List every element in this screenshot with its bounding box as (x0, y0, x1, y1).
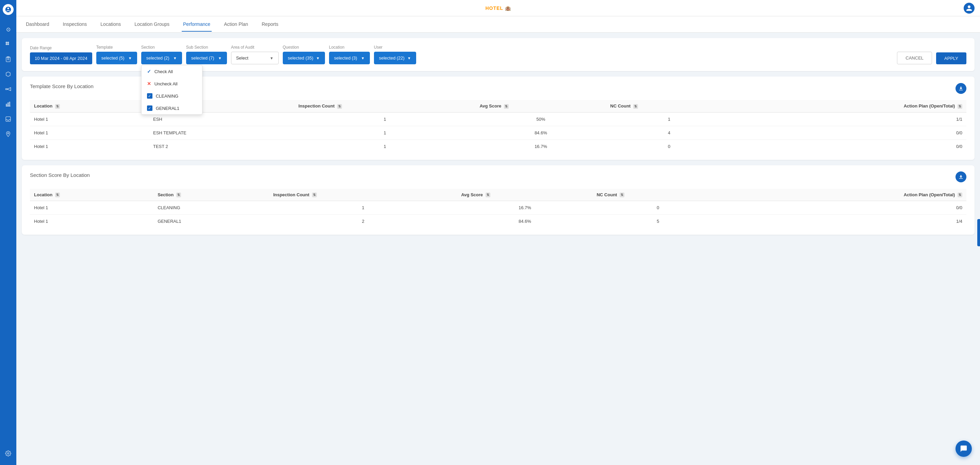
sidebar: ⊙ (0, 0, 16, 465)
cell-location: Hotel 1 (30, 201, 153, 215)
section-score-download-button[interactable] (956, 171, 966, 183)
user-avatar[interactable] (964, 3, 975, 14)
check-icon: ✓ (147, 69, 151, 74)
template-dropdown[interactable]: selected (5) ▼ (96, 52, 137, 64)
table-row: Hotel 1 CLEANING 1 16.7% 0 0/0 (30, 201, 966, 215)
cell-avg-score: 16.7% (457, 201, 592, 215)
apply-button[interactable]: APPLY (936, 52, 966, 64)
sidebar-item-chart[interactable] (2, 98, 14, 110)
tab-locations[interactable]: Locations (99, 17, 122, 32)
question-dropdown[interactable]: selected (35) ▼ (283, 52, 325, 64)
cell-location: Hotel 1 (30, 215, 153, 228)
action-plan-sort-icon[interactable]: ⇅ (958, 104, 962, 109)
sidebar-item-clipboard[interactable] (2, 53, 14, 65)
sec-nc-sort-icon[interactable]: ⇅ (620, 192, 624, 197)
sidebar-item-megaphone[interactable] (2, 83, 14, 95)
svg-rect-14 (9, 102, 10, 106)
col-action-plan: Action Plan (Open/Total) ⇅ (732, 100, 966, 112)
svg-point-5 (8, 44, 9, 45)
tab-reports[interactable]: Reports (260, 17, 280, 32)
col-nc-count: NC Count ⇅ (606, 100, 732, 112)
cell-nc-count: 0 (606, 140, 732, 153)
general1-label: GENERAL1 (156, 106, 179, 111)
section-score-table: Location ⇅ Section ⇅ Inspection Count ⇅ (30, 189, 966, 228)
table-row: Hotel 1 GENERAL1 2 84.6% 5 1/4 (30, 215, 966, 228)
sub-section-dropdown[interactable]: selected (7) ▼ (186, 52, 227, 64)
cancel-button[interactable]: CANCEL (897, 52, 932, 64)
general1-item[interactable]: ✓ GENERAL1 (142, 102, 202, 114)
section-dropdown-menu: ✓ Check All ✕ Uncheck All ✓ CLEANING (141, 65, 202, 115)
sec-avg-sort-icon[interactable]: ⇅ (485, 192, 490, 197)
filter-row: Date Range 10 Mar 2024 - 08 Apr 2024 Tem… (30, 45, 966, 64)
location-group: Location selected (3) ▼ (329, 45, 370, 64)
user-group: User selected (22) ▼ (374, 45, 416, 64)
cell-avg-score: 84.6% (476, 126, 606, 140)
section-score-title: Section Score By Location (30, 172, 90, 178)
cell-nc-count: 1 (606, 112, 732, 126)
cell-inspection-count: 1 (294, 140, 476, 153)
sec-section-sort-icon[interactable]: ⇅ (176, 192, 181, 197)
scroll-indicator (977, 219, 980, 246)
check-all-label: Check All (154, 69, 173, 74)
tab-dashboard[interactable]: Dashboard (24, 17, 51, 32)
cell-avg-score: 50% (476, 112, 606, 126)
sec-inspection-sort-icon[interactable]: ⇅ (312, 192, 317, 197)
sec-location-sort-icon[interactable]: ⇅ (55, 192, 60, 197)
filter-actions: CANCEL APPLY (897, 52, 966, 64)
cleaning-item[interactable]: ✓ CLEANING (142, 90, 202, 102)
inspection-count-sort-icon[interactable]: ⇅ (337, 104, 342, 109)
user-label: User (374, 45, 416, 50)
sidebar-item-inbox[interactable] (2, 113, 14, 125)
sidebar-item-apps[interactable] (2, 38, 14, 50)
cell-nc-count: 4 (606, 126, 732, 140)
chat-button[interactable] (956, 441, 972, 457)
cell-section: GENERAL1 (153, 215, 269, 228)
sidebar-item-tag[interactable] (2, 68, 14, 80)
svg-point-1 (8, 8, 9, 9)
nav-tabs: Dashboard Inspections Locations Location… (16, 16, 980, 33)
location-chevron-icon: ▼ (361, 56, 365, 60)
tab-action-plan[interactable]: Action Plan (223, 17, 250, 32)
area-of-audit-label: Area of Audit (231, 45, 279, 50)
sidebar-item-home[interactable]: ⊙ (2, 23, 14, 35)
check-all-item[interactable]: ✓ Check All (142, 65, 202, 78)
area-of-audit-value: Select (236, 56, 248, 60)
cell-inspection-count: 1 (294, 126, 476, 140)
location-value: selected (3) (334, 56, 357, 60)
nc-count-sort-icon[interactable]: ⇅ (633, 104, 638, 109)
tab-inspections[interactable]: Inspections (62, 17, 89, 32)
cell-location: Hotel 1 (30, 140, 149, 153)
area-of-audit-dropdown[interactable]: Select ▼ (231, 52, 279, 64)
area-chevron-icon: ▼ (270, 56, 274, 60)
tab-location-groups[interactable]: Location Groups (133, 17, 171, 32)
template-chevron-icon: ▼ (128, 56, 132, 60)
template-value: selected (5) (102, 56, 124, 60)
date-range-button[interactable]: 10 Mar 2024 - 08 Apr 2024 (30, 52, 92, 64)
avg-score-sort-icon[interactable]: ⇅ (504, 104, 509, 109)
x-icon: ✕ (147, 81, 151, 86)
col-location: Location ⇅ (30, 100, 149, 112)
uncheck-all-item[interactable]: ✕ Uncheck All (142, 78, 202, 90)
template-score-download-button[interactable] (956, 83, 966, 94)
cell-inspection-count: 2 (269, 215, 457, 228)
sec-action-sort-icon[interactable]: ⇅ (958, 192, 962, 197)
template-group: Template selected (5) ▼ (96, 45, 137, 64)
sidebar-item-gear[interactable] (2, 447, 14, 460)
header: HOTEL 🏨 (16, 0, 980, 16)
sidebar-logo (3, 4, 14, 15)
cell-action-plan: 1/1 (732, 112, 966, 126)
area-of-audit-group: Area of Audit Select ▼ (231, 45, 279, 64)
svg-rect-10 (6, 89, 8, 90)
tab-performance[interactable]: Performance (182, 17, 212, 32)
sidebar-item-pin[interactable] (2, 128, 14, 140)
section-wrapper: selected (2) ▼ ✓ Check All ✕ Uncheck A (141, 52, 182, 64)
date-range-label: Date Range (30, 46, 92, 50)
location-dropdown[interactable]: selected (3) ▼ (329, 52, 370, 64)
section-dropdown[interactable]: selected (2) ▼ (141, 52, 182, 64)
cell-section: CLEANING (153, 201, 269, 215)
svg-point-2 (6, 42, 8, 44)
user-dropdown[interactable]: selected (22) ▼ (374, 52, 416, 64)
cell-action-plan: 0/0 (732, 126, 966, 140)
cell-inspection-count: 1 (294, 112, 476, 126)
location-sort-icon[interactable]: ⇅ (55, 104, 60, 109)
